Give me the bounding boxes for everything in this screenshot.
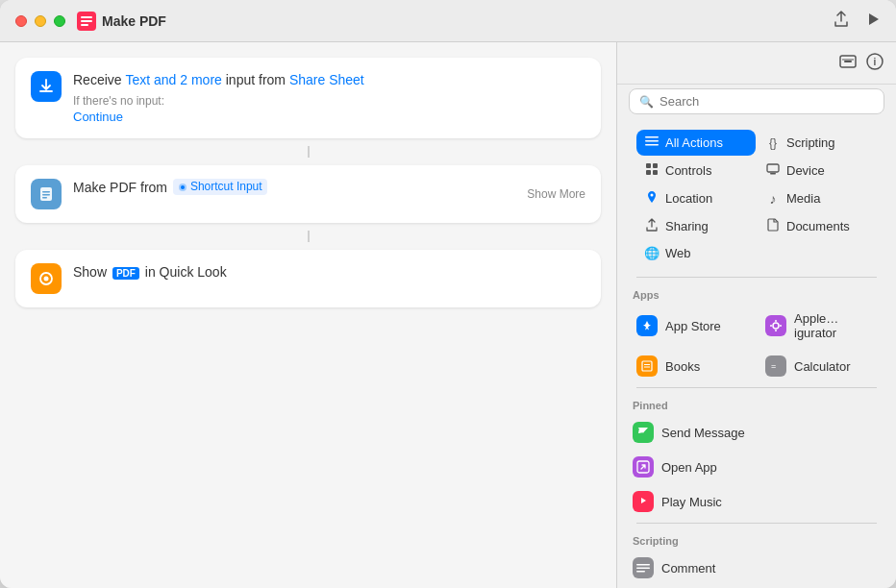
list-item-books[interactable]: Books: [629, 349, 756, 383]
connector-1: [308, 146, 310, 158]
category-scripting[interactable]: {} Scripting: [758, 130, 877, 156]
svg-rect-38: [636, 568, 650, 570]
svg-rect-18: [645, 140, 659, 142]
make-pdf-step[interactable]: Make PDF from Shortcut Input Show More: [15, 165, 601, 223]
open-app-icon: [633, 456, 654, 478]
all-actions-label: All Actions: [665, 135, 723, 150]
play-music-icon: [633, 491, 654, 512]
calculator-label: Calculator: [794, 359, 851, 374]
category-sharing[interactable]: Sharing: [636, 213, 756, 239]
svg-point-12: [44, 276, 49, 281]
receive-input-type[interactable]: Text and 2 more: [125, 72, 221, 87]
titlebar: Make PDF: [0, 0, 896, 42]
receive-title: Receive Text and 2 more input from Share…: [73, 71, 585, 90]
apple-configurator-label: Apple…igurator: [794, 311, 877, 340]
sidebar-scroll[interactable]: All Actions {} Scripting: [617, 122, 896, 588]
maximize-button[interactable]: [54, 15, 65, 27]
svg-rect-7: [42, 194, 50, 196]
add-action-icon[interactable]: [838, 52, 858, 76]
svg-rect-1: [81, 16, 92, 18]
send-message-icon: [633, 422, 654, 443]
play-icon[interactable]: [865, 12, 881, 31]
svg-marker-4: [869, 13, 879, 25]
category-device[interactable]: Device: [758, 158, 877, 184]
svg-point-30: [770, 325, 772, 327]
scripting-section-label: Scripting: [625, 527, 888, 551]
receive-step[interactable]: Receive Text and 2 more input from Share…: [15, 58, 601, 138]
make-pdf-title: Make PDF from Shortcut Input: [73, 179, 585, 198]
search-bar: 🔍: [617, 85, 896, 122]
search-icon: 🔍: [639, 95, 654, 109]
divider-pinned: [636, 387, 877, 388]
svg-rect-21: [653, 163, 658, 168]
list-item-app-store[interactable]: App Store: [629, 305, 756, 347]
svg-text:=: =: [771, 361, 776, 371]
continue-link[interactable]: Continue: [73, 110, 123, 124]
category-web[interactable]: 🌐 Web: [636, 241, 756, 265]
controls-label: Controls: [665, 163, 711, 178]
sharing-icon: [644, 218, 660, 234]
search-wrapper[interactable]: 🔍: [629, 88, 884, 114]
svg-rect-33: [644, 364, 650, 365]
app-store-label: App Store: [665, 319, 721, 333]
make-pdf-inner: Make PDF from Shortcut Input Show More: [31, 179, 585, 209]
list-item-open-app[interactable]: Open App: [625, 450, 888, 484]
device-icon: [765, 162, 781, 179]
svg-rect-32: [642, 361, 652, 371]
documents-label: Documents: [786, 219, 850, 233]
search-input[interactable]: [660, 94, 874, 109]
svg-point-31: [780, 325, 782, 327]
show-more-label[interactable]: Show More: [527, 187, 585, 201]
list-item-calculator[interactable]: = Calculator: [758, 349, 884, 383]
quicklook-step[interactable]: Show PDF in Quick Look: [15, 250, 601, 307]
quicklook-content: Show PDF in Quick Look: [73, 263, 585, 282]
main-window: Make PDF: [0, 0, 896, 588]
info-icon[interactable]: i: [865, 52, 884, 76]
scripting-icon: {}: [765, 136, 781, 150]
make-pdf-label: Make PDF from: [73, 180, 171, 195]
list-item-play-music[interactable]: Play Music: [625, 484, 888, 519]
category-media[interactable]: ♪ Media: [758, 185, 877, 211]
apps-section-label: Apps: [625, 282, 888, 305]
all-actions-icon: [644, 135, 660, 151]
svg-rect-25: [770, 173, 776, 175]
svg-rect-22: [646, 170, 651, 175]
receive-sheet-link[interactable]: Share Sheet: [289, 72, 364, 87]
traffic-lights: [15, 15, 65, 27]
svg-rect-39: [636, 571, 645, 573]
receive-label: Receive: [73, 72, 125, 87]
calculator-icon: =: [765, 355, 786, 377]
category-location[interactable]: Location: [636, 185, 756, 211]
share-icon[interactable]: [833, 11, 850, 32]
web-label: Web: [665, 246, 691, 260]
quicklook-icon: [31, 263, 62, 294]
list-item-apple-configurator[interactable]: Apple…igurator: [758, 305, 884, 347]
category-all-actions[interactable]: All Actions: [636, 130, 756, 156]
svg-text:i: i: [874, 57, 877, 67]
svg-point-10: [181, 185, 185, 189]
receive-content: Receive Text and 2 more input from Share…: [73, 71, 585, 125]
list-item-comment[interactable]: Comment: [625, 551, 888, 585]
play-music-label: Play Music: [661, 495, 722, 509]
svg-rect-8: [42, 197, 47, 199]
no-input-label: If there's no input:: [73, 94, 585, 108]
svg-rect-37: [636, 564, 650, 566]
main-content: Receive Text and 2 more input from Share…: [0, 42, 896, 588]
controls-icon: [644, 162, 660, 179]
quicklook-title: Show PDF in Quick Look: [73, 263, 585, 282]
category-controls[interactable]: Controls: [636, 158, 756, 184]
list-item-send-message[interactable]: Send Message: [625, 415, 888, 450]
divider-apps: [636, 277, 877, 278]
sharing-label: Sharing: [665, 219, 709, 233]
window-title: Make PDF: [102, 13, 166, 29]
svg-rect-14: [844, 61, 852, 62]
minimize-button[interactable]: [35, 15, 46, 27]
categories-grid: All Actions {} Scripting: [625, 122, 888, 273]
app-store-icon: [636, 315, 658, 336]
shortcut-input-token[interactable]: Shortcut Input: [173, 179, 267, 195]
svg-rect-2: [81, 20, 92, 22]
close-button[interactable]: [15, 15, 27, 27]
category-documents[interactable]: Documents: [758, 213, 877, 239]
actions-header: i: [617, 42, 896, 85]
media-label: Media: [786, 191, 820, 206]
